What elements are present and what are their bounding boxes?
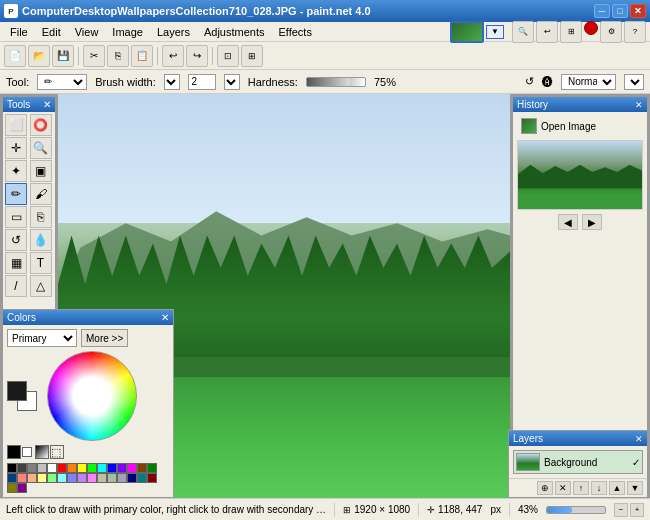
menu-effects[interactable]: Effects [273,24,318,40]
tool-text[interactable]: T [30,252,52,274]
tool-pencil[interactable]: ✏ [5,183,27,205]
palette-darknavy[interactable] [127,473,137,483]
toolbar-cut[interactable]: ✂ [83,45,105,67]
color-primary-select[interactable]: Primary [7,329,77,347]
tool-rect-select[interactable]: ⬜ [5,114,27,136]
palette-gray[interactable] [27,463,37,473]
bg-swatch[interactable] [22,447,32,457]
palette-darkgray[interactable] [17,463,27,473]
palette-magenta[interactable] [127,463,137,473]
palette-sage[interactable] [107,473,117,483]
tool-paint-bucket[interactable]: ▣ [30,160,52,182]
palette-teal[interactable] [137,473,147,483]
palette-purple[interactable] [117,463,127,473]
zoom-in-btn[interactable]: + [630,503,644,517]
tool-line[interactable]: / [5,275,27,297]
palette-red[interactable] [57,463,67,473]
tool-clone[interactable]: ⎘ [30,206,52,228]
toolbar-tools-btn[interactable]: 🔍 [512,21,534,43]
layer-up-btn[interactable]: ↑ [573,481,589,495]
toolbar-layers-btn[interactable]: ⊞ [560,21,582,43]
palette-lightyellow[interactable] [37,473,47,483]
tool-move[interactable]: ✛ [5,137,27,159]
toolbar-settings-btn[interactable]: ⚙ [600,21,622,43]
palette-pink[interactable] [17,473,27,483]
palette-maroon[interactable] [147,473,157,483]
layers-panel-close[interactable]: ✕ [635,434,643,444]
tool-gradient[interactable]: ▦ [5,252,27,274]
colors-more-btn[interactable]: More >> [81,329,128,347]
palette-orange[interactable] [67,463,77,473]
colors-panel-close[interactable]: ✕ [161,312,169,323]
tool-magic-wand[interactable]: ✦ [5,160,27,182]
history-back-btn[interactable]: ◀ [558,214,578,230]
palette-lightgreen[interactable] [47,473,57,483]
toolbar-crop[interactable]: ⊡ [217,45,239,67]
history-panel-close[interactable]: ✕ [635,100,643,110]
layer-merge-up-btn[interactable]: ▲ [609,481,625,495]
palette-lightcyan[interactable] [57,473,67,483]
layer-visibility-check[interactable]: ✓ [632,457,640,468]
toolbar-resize[interactable]: ⊞ [241,45,263,67]
color-wheel[interactable] [47,351,137,441]
palette-yellow[interactable] [77,463,87,473]
menu-edit[interactable]: Edit [36,24,67,40]
palette-khaki[interactable] [97,473,107,483]
tool-eraser[interactable]: ▭ [5,206,27,228]
toolbar-help-btn[interactable]: ? [624,21,646,43]
thumbnail-arrow[interactable]: ▼ [486,25,504,39]
menu-view[interactable]: View [69,24,105,40]
layer-add-btn[interactable]: ⊕ [537,481,553,495]
palette-white[interactable] [47,463,57,473]
history-forward-btn[interactable]: ▶ [582,214,602,230]
palette-cyan[interactable] [97,463,107,473]
layer-down-btn[interactable]: ↓ [591,481,607,495]
palette-silver[interactable] [37,463,47,473]
tool-lasso[interactable]: ⭕ [30,114,52,136]
tool-paintbrush[interactable]: 🖌 [30,183,52,205]
palette-olive[interactable] [7,483,17,493]
toolbar-new[interactable]: 📄 [4,45,26,67]
tool-eyedropper[interactable]: 💧 [30,229,52,251]
minimize-button[interactable]: ─ [594,4,610,18]
toolbox-close[interactable]: ✕ [43,99,51,110]
menu-image[interactable]: Image [106,24,149,40]
palette-lavender[interactable] [77,473,87,483]
palette-navy[interactable] [7,473,17,483]
menu-layers[interactable]: Layers [151,24,196,40]
gradient-swatch[interactable] [35,445,49,459]
palette-steel[interactable] [117,473,127,483]
tool-recolor[interactable]: ↺ [5,229,27,251]
menu-file[interactable]: File [4,24,34,40]
blend-mode-select[interactable]: Normal [561,74,616,90]
toolbar-colors-btn[interactable] [584,21,598,35]
layer-delete-btn[interactable]: ✕ [555,481,571,495]
history-item-open[interactable]: Open Image [517,116,643,136]
opacity-select[interactable]: ⊙ [624,74,644,90]
tool-shapes[interactable]: △ [30,275,52,297]
fg-swatch[interactable] [7,445,21,459]
palette-black[interactable] [7,463,17,473]
toolbar-copy[interactable]: ⎘ [107,45,129,67]
palette-lightblue[interactable] [67,473,77,483]
palette-blue[interactable] [107,463,117,473]
layer-item-background[interactable]: Background ✓ [513,450,643,474]
palette-darkmagenta[interactable] [17,483,27,493]
maximize-button[interactable]: □ [612,4,628,18]
tool-zoom[interactable]: 🔍 [30,137,52,159]
toolbar-redo[interactable]: ↪ [186,45,208,67]
palette-green[interactable] [147,463,157,473]
brush-width-unit2[interactable]: ⊙ [224,74,240,90]
toolbar-history-btn[interactable]: ↩ [536,21,558,43]
transparent-swatch[interactable]: ⬚ [50,445,64,459]
palette-peach[interactable] [27,473,37,483]
palette-lime[interactable] [87,463,97,473]
zoom-out-btn[interactable]: − [614,503,628,517]
toolbar-undo[interactable]: ↩ [162,45,184,67]
tool-select[interactable]: ✏ [37,74,87,90]
brush-width-input[interactable] [188,74,216,90]
menu-adjustments[interactable]: Adjustments [198,24,271,40]
toolbar-open[interactable]: 📂 [28,45,50,67]
palette-lightmagenta[interactable] [87,473,97,483]
palette-brown[interactable] [137,463,147,473]
